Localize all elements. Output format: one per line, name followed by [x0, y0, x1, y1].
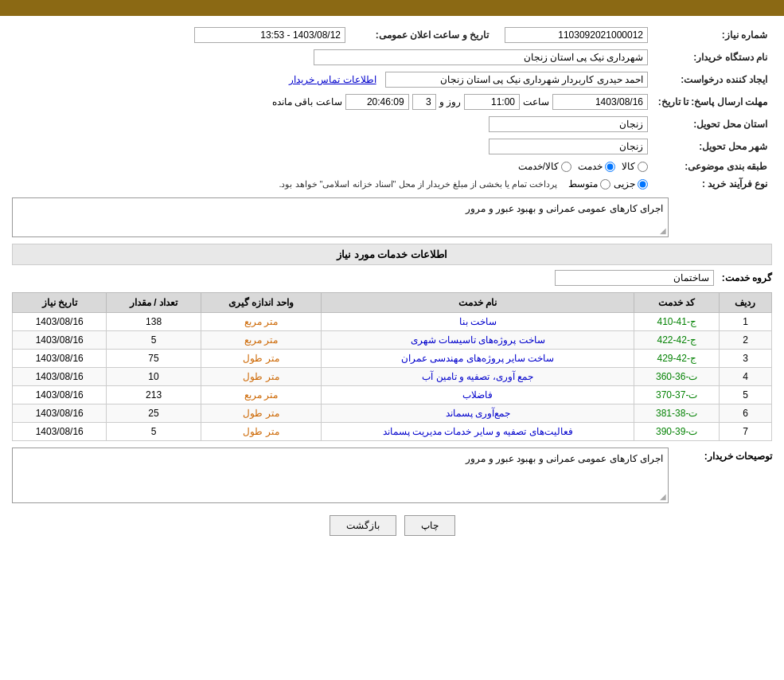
cell-vahed: متر طول: [201, 368, 322, 386]
table-row: 2 ج-42-422 ساخت پروژه‌های تاسیسات شهری م…: [13, 331, 772, 350]
cell-tedad: 75: [107, 350, 201, 368]
baghimande-label: ساعت باقی مانده: [272, 96, 342, 107]
radio-motavasset: متوسط: [568, 178, 610, 190]
col-name: نام خدمت: [322, 293, 634, 313]
shahr-label: شهر محل تحویل:: [653, 135, 772, 158]
page-header: [0, 0, 784, 16]
roz-value: 3: [412, 94, 436, 110]
table-row: 3 ج-42-429 ساخت سایر پروژه‌های مهندسی عم…: [13, 350, 772, 368]
ijad-konande-value: احمد حیدری کاربردار شهرداری نیک پی استان…: [385, 72, 648, 88]
table-row: 7 ت-39-390 فعالیت‌های تصفیه و سایر خدمات…: [13, 423, 772, 441]
cell-tarikh: 1403/08/16: [13, 386, 107, 404]
nam-dastgah-label: نام دستگاه خریدار:: [653, 46, 772, 68]
cell-radif: 2: [719, 331, 771, 350]
cell-kod: ت-39-390: [634, 423, 720, 441]
group-khedmat-label: گروه خدمت:: [722, 272, 772, 283]
ostan-label: استان محل تحویل:: [653, 113, 772, 135]
cell-name: جمع‌آوری پسماند: [322, 404, 634, 423]
kala-khedmat-label: کالا/خدمت: [518, 161, 559, 172]
radio-kala-input[interactable]: [638, 162, 648, 172]
table-row: 5 ت-37-370 فاضلاب متر مربع 213 1403/08/1…: [13, 386, 772, 404]
cell-radif: 3: [719, 350, 771, 368]
cell-tedad: 10: [107, 368, 201, 386]
kala-label: کالا: [622, 161, 635, 172]
services-table: ردیف کد خدمت نام خدمت واحد اندازه گیری ت…: [12, 292, 772, 441]
cell-kod: ت-38-381: [634, 404, 720, 423]
cell-radif: 5: [719, 386, 771, 404]
radio-motavasset-input[interactable]: [600, 179, 610, 190]
tarikh-value: 1403/08/12 - 13:53: [194, 27, 345, 43]
note-text: پرداخت تمام یا بخشی از مبلغ خریدار از مح…: [279, 179, 557, 190]
table-row: 4 ت-36-360 جمع آوری، تصفیه و تامین آب مت…: [13, 368, 772, 386]
shomare-niaz-value: 1103092021000012: [505, 27, 648, 43]
cell-name: ساخت پروژه‌های تاسیسات شهری: [322, 331, 634, 350]
cell-name: فاضلاب: [322, 386, 634, 404]
cell-vahed: متر مربع: [201, 331, 322, 350]
cell-kod: ج-41-410: [634, 313, 720, 331]
sharh-koli-label2: [669, 197, 772, 201]
radio-jozii-input[interactable]: [638, 179, 648, 190]
shomare-niaz-label: شماره نیاز:: [653, 24, 772, 46]
radio-kala-khedmat: کالا/خدمت: [518, 161, 571, 172]
chap-button[interactable]: چاپ: [404, 515, 455, 536]
saat-value: 11:00: [464, 94, 520, 110]
cell-kod: ج-42-429: [634, 350, 720, 368]
cell-vahed: متر مربع: [201, 313, 322, 331]
cell-tedad: 138: [107, 313, 201, 331]
col-tedad: تعداد / مقدار: [107, 293, 201, 313]
table-row: 6 ت-38-381 جمع‌آوری پسماند متر طول 25 14…: [13, 404, 772, 423]
ostan-value: زنجان: [489, 116, 648, 132]
jozii-label: جزیی: [614, 178, 635, 190]
khedmat-label: خدمت: [578, 161, 603, 172]
cell-radif: 4: [719, 368, 771, 386]
cell-tedad: 5: [107, 423, 201, 441]
countdown-value: 20:46:09: [345, 94, 409, 110]
cell-name: فعالیت‌های تصفیه و سایر خدمات مدیریت پسم…: [322, 423, 634, 441]
tarikh-label: تاریخ و ساعت اعلان عمومی:: [350, 24, 493, 46]
cell-tarikh: 1403/08/16: [13, 368, 107, 386]
col-kod: کد خدمت: [634, 293, 720, 313]
saat-label: ساعت: [523, 96, 549, 107]
cell-radif: 7: [719, 423, 771, 441]
khadamat-section-title: اطلاعات خدمات مورد نیاز: [12, 244, 772, 265]
col-vahed: واحد اندازه گیری: [201, 293, 322, 313]
group-khedmat-value: ساختمان: [555, 270, 714, 286]
cell-vahed: متر طول: [201, 423, 322, 441]
noe-farayand-label: نوع فرآیند خرید :: [653, 175, 772, 193]
radio-kala: کالا: [622, 161, 648, 172]
ijad-konande-label: ایجاد کننده درخواست:: [653, 68, 772, 91]
shahr-value: زنجان: [489, 139, 648, 154]
roz-label: روز و: [439, 96, 461, 107]
cell-name: جمع آوری، تصفیه و تامین آب: [322, 368, 634, 386]
cell-name: ساخت سایر پروژه‌های مهندسی عمران: [322, 350, 634, 368]
tabaghebandi-label: طبقه بندی موضوعی:: [653, 158, 772, 175]
cell-kod: ت-36-360: [634, 368, 720, 386]
cell-tedad: 213: [107, 386, 201, 404]
cell-tarikh: 1403/08/16: [13, 331, 107, 350]
motavasset-label: متوسط: [568, 178, 598, 190]
cell-vahed: متر مربع: [201, 386, 322, 404]
cell-name: ساخت بنا: [322, 313, 634, 331]
table-row: 1 ج-41-410 ساخت بنا متر مربع 138 1403/08…: [13, 313, 772, 331]
cell-kod: ت-37-370: [634, 386, 720, 404]
cell-tarikh: 1403/08/16: [13, 350, 107, 368]
tozihat-text: اجرای کارهای عمومی عمرانی و بهبود عبور و…: [466, 453, 663, 464]
cell-vahed: متر طول: [201, 350, 322, 368]
cell-vahed: متر طول: [201, 404, 322, 423]
mohlat-date-value: 1403/08/16: [552, 94, 648, 110]
tamas-khardar-link[interactable]: اطلاعات تماس خریدار: [289, 74, 376, 85]
tozihat-label: توصیحات خریدار:: [669, 447, 772, 462]
radio-kala-khedmat-input[interactable]: [561, 162, 571, 172]
bazgasht-button[interactable]: بازگشت: [330, 515, 396, 536]
radio-khedmat-input[interactable]: [605, 162, 615, 172]
radio-khedmat: خدمت: [578, 161, 615, 172]
sharh-koli-text: اجرای کارهای عمومی عمرانی و بهبود عبور و…: [466, 203, 663, 214]
tozihat-box: اجرای کارهای عمومی عمرانی و بهبود عبور و…: [12, 447, 669, 503]
nam-dastgah-value: شهرداری نیک پی استان زنجان: [314, 49, 648, 65]
cell-kod: ج-42-422: [634, 331, 720, 350]
cell-radif: 1: [719, 313, 771, 331]
cell-tedad: 25: [107, 404, 201, 423]
cell-tarikh: 1403/08/16: [13, 404, 107, 423]
cell-tedad: 5: [107, 331, 201, 350]
cell-radif: 6: [719, 404, 771, 423]
